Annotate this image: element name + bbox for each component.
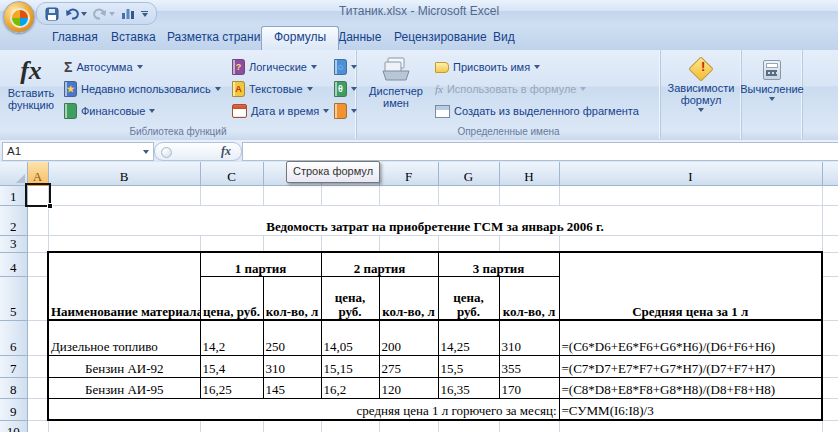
cell-formula[interactable]: =(C7*D7+E7*F7+G7*H7)/(D7+F7+H7) [559, 355, 822, 377]
header-qty-2[interactable]: кол-во, л [379, 276, 438, 320]
tab-vid[interactable]: Вид [481, 27, 527, 48]
cell[interactable] [822, 252, 838, 276]
cell-value[interactable]: 14,25 [438, 320, 499, 355]
cell-value[interactable]: 15,15 [321, 355, 379, 377]
header-qty-1[interactable]: кол-во, л [263, 276, 321, 320]
lookup-reference-button[interactable]: ◌ [334, 57, 357, 77]
cell[interactable] [27, 398, 48, 420]
cell[interactable] [321, 420, 379, 432]
row-header-1[interactable]: 1 [0, 185, 27, 205]
cell-footer-label[interactable]: средняя цена 1 л горючего за месяц: [48, 398, 559, 420]
cell-value[interactable]: 310 [263, 355, 321, 377]
text-functions-button[interactable]: A Текстовые [232, 79, 313, 99]
cell[interactable] [27, 276, 48, 320]
cell[interactable] [27, 252, 48, 276]
date-time-button[interactable]: Дата и время [232, 101, 329, 121]
cell-material-name[interactable]: Бензин АИ-95 [48, 377, 200, 398]
cell[interactable] [499, 420, 559, 432]
cell[interactable] [822, 320, 838, 355]
tab-formuly[interactable]: Формулы [261, 26, 339, 50]
formula-auditing-button[interactable]: ! Зависимости формул [663, 52, 739, 141]
cell[interactable] [822, 235, 838, 252]
col-header-H[interactable]: H [499, 162, 559, 185]
cell[interactable] [27, 320, 48, 355]
cell[interactable] [559, 420, 822, 432]
row-header-4[interactable]: 4 [0, 252, 27, 276]
cell[interactable] [822, 185, 838, 205]
financial-button[interactable]: Финансовые [64, 101, 155, 121]
logical-button[interactable]: ? Логические [232, 57, 317, 77]
insert-function-area[interactable]: fx [154, 142, 242, 161]
more-functions-button[interactable] [334, 101, 357, 121]
cell-footer-formula[interactable]: =СУММ(I6:I8)/3 [559, 398, 822, 420]
cell[interactable] [263, 185, 321, 205]
cell-formula[interactable]: =(C8*D8+E8*F8+G8*H8)/(D8+F8+H8) [559, 377, 822, 398]
cell[interactable] [200, 235, 263, 252]
cell-value[interactable]: 14,05 [321, 320, 379, 355]
col-header-I[interactable]: I [559, 162, 822, 185]
cell[interactable] [822, 377, 838, 398]
cell[interactable] [379, 420, 438, 432]
cell[interactable] [263, 235, 321, 252]
row-header-5[interactable]: 5 [0, 276, 27, 320]
row-header-6[interactable]: 6 [0, 320, 27, 355]
formula-input[interactable] [242, 142, 838, 161]
cell[interactable] [499, 235, 559, 252]
row-header-3[interactable]: 3 [0, 235, 27, 252]
select-all-corner[interactable] [0, 162, 27, 185]
cell[interactable] [321, 235, 379, 252]
header-average-price[interactable]: Средняя цена за 1 л [559, 252, 822, 320]
cell[interactable] [27, 420, 48, 432]
cell[interactable] [48, 420, 200, 432]
cell-value[interactable]: 145 [263, 377, 321, 398]
col-header-A[interactable]: A [27, 162, 48, 185]
cell[interactable] [27, 205, 48, 235]
define-name-button[interactable]: Присвоить имя [435, 57, 540, 77]
redo-button[interactable] [93, 8, 115, 20]
undo-button[interactable] [65, 8, 87, 20]
cell-value[interactable]: 250 [263, 320, 321, 355]
header-price-3[interactable]: цена, руб. [438, 276, 499, 320]
col-header-B[interactable]: B [48, 162, 200, 185]
cell[interactable] [48, 185, 200, 205]
col-header-J-partial[interactable] [822, 162, 838, 185]
cell[interactable] [822, 355, 838, 377]
row-header-7[interactable]: 7 [0, 355, 27, 377]
cell-value[interactable]: 16,2 [321, 377, 379, 398]
col-header-G[interactable]: G [438, 162, 499, 185]
active-cell-selection[interactable] [25, 183, 51, 207]
row-header-10[interactable]: 10 [0, 420, 27, 432]
cell-value[interactable]: 310 [499, 320, 559, 355]
cell-value[interactable]: 200 [379, 320, 438, 355]
row-header-2[interactable]: 2 [0, 205, 27, 235]
header-price-1[interactable]: цена, руб. [200, 276, 263, 320]
header-qty-3[interactable]: кол-во, л [499, 276, 559, 320]
cell-value[interactable]: 275 [379, 355, 438, 377]
cell-value[interactable]: 355 [499, 355, 559, 377]
cell[interactable] [379, 235, 438, 252]
cell[interactable] [200, 185, 263, 205]
cell-value[interactable]: 170 [499, 377, 559, 398]
cell[interactable] [27, 235, 48, 252]
fx-icon[interactable]: fx [221, 144, 231, 159]
name-box-dropdown-icon[interactable] [143, 150, 149, 154]
cell[interactable] [822, 420, 838, 432]
cell[interactable] [822, 398, 838, 420]
header-batch-2[interactable]: 2 партия [321, 252, 438, 276]
cell[interactable] [48, 235, 200, 252]
col-header-F[interactable]: F [379, 162, 438, 185]
cell-value[interactable]: 15,4 [200, 355, 263, 377]
cell[interactable] [379, 185, 438, 205]
cell[interactable] [822, 276, 838, 320]
cell-value[interactable]: 120 [379, 377, 438, 398]
cell-formula[interactable]: =(C6*D6+E6*F6+G6*H6)/(D6+F6+H6) [559, 320, 822, 355]
cell-material-name[interactable]: Бензин АИ-92 [48, 355, 200, 377]
recently-used-button[interactable]: ★ Недавно использовались [64, 79, 221, 99]
cell[interactable] [499, 185, 559, 205]
cell-value[interactable]: 14,2 [200, 320, 263, 355]
row-header-8[interactable]: 8 [0, 377, 27, 398]
name-box[interactable]: A1 [2, 142, 154, 161]
cell[interactable] [200, 420, 263, 432]
office-button[interactable] [3, 1, 35, 33]
cell[interactable] [263, 420, 321, 432]
